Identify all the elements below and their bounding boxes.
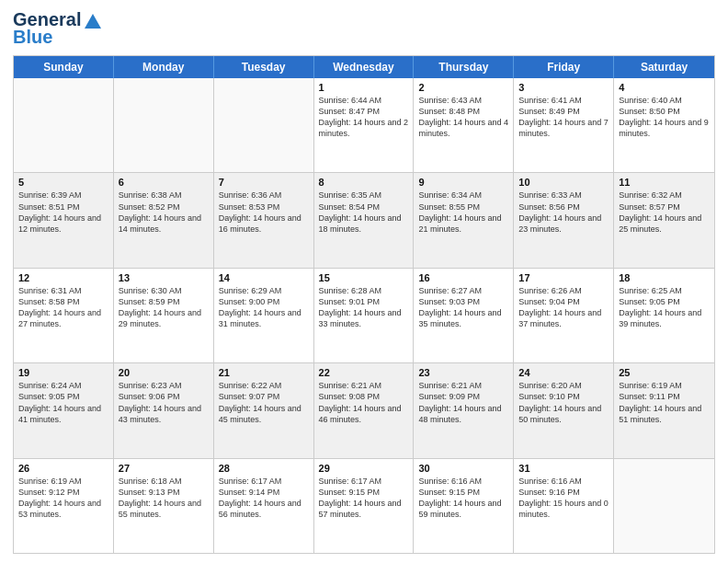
cell-details: Sunrise: 6:35 AM Sunset: 8:54 PM Dayligh… [319,190,409,235]
cell-details: Sunrise: 6:22 AM Sunset: 9:07 PM Dayligh… [219,380,309,425]
cell-details: Sunrise: 6:39 AM Sunset: 8:51 PM Dayligh… [18,190,108,235]
day-number: 30 [418,463,508,474]
logo: General Blue [13,9,103,48]
cell-details: Sunrise: 6:32 AM Sunset: 8:57 PM Dayligh… [619,190,710,235]
day-cell-17: 17Sunrise: 6:26 AM Sunset: 9:04 PM Dayli… [514,269,614,362]
calendar-row-4: 26Sunrise: 6:19 AM Sunset: 9:12 PM Dayli… [14,459,714,553]
header-cell-sunday: Sunday [14,56,114,78]
empty-cell-0-2 [214,78,314,172]
cell-details: Sunrise: 6:21 AM Sunset: 9:09 PM Dayligh… [418,380,508,425]
logo-icon [83,12,103,30]
day-number: 27 [119,463,209,474]
day-number: 15 [319,272,409,283]
day-cell-26: 26Sunrise: 6:19 AM Sunset: 9:12 PM Dayli… [14,459,114,553]
cell-details: Sunrise: 6:25 AM Sunset: 9:05 PM Dayligh… [619,285,710,330]
day-number: 4 [619,82,710,93]
day-number: 23 [418,367,508,378]
day-cell-6: 6Sunrise: 6:38 AM Sunset: 8:52 PM Daylig… [114,173,214,267]
day-cell-19: 19Sunrise: 6:24 AM Sunset: 9:05 PM Dayli… [14,363,114,457]
cell-details: Sunrise: 6:18 AM Sunset: 9:13 PM Dayligh… [119,476,209,521]
day-number: 25 [619,367,710,378]
day-cell-3: 3Sunrise: 6:41 AM Sunset: 8:49 PM Daylig… [514,78,614,172]
calendar-row-3: 19Sunrise: 6:24 AM Sunset: 9:05 PM Dayli… [14,363,714,458]
day-cell-23: 23Sunrise: 6:21 AM Sunset: 9:09 PM Dayli… [414,363,514,457]
day-number: 24 [518,367,609,378]
day-number: 17 [518,272,609,283]
page: General Blue SundayMondayTuesdayWednesda… [0,0,728,563]
header-cell-tuesday: Tuesday [214,56,314,78]
day-number: 10 [518,177,609,188]
day-cell-14: 14Sunrise: 6:29 AM Sunset: 9:00 PM Dayli… [214,269,314,362]
cell-details: Sunrise: 6:23 AM Sunset: 9:06 PM Dayligh… [119,380,209,425]
day-number: 2 [418,82,508,93]
day-cell-4: 4Sunrise: 6:40 AM Sunset: 8:50 PM Daylig… [614,78,714,172]
day-number: 21 [219,367,309,378]
day-cell-21: 21Sunrise: 6:22 AM Sunset: 9:07 PM Dayli… [214,363,314,457]
cell-details: Sunrise: 6:41 AM Sunset: 8:49 PM Dayligh… [518,95,609,140]
day-cell-8: 8Sunrise: 6:35 AM Sunset: 8:54 PM Daylig… [314,173,415,267]
day-cell-16: 16Sunrise: 6:27 AM Sunset: 9:03 PM Dayli… [414,269,514,362]
day-number: 8 [319,177,409,188]
calendar-row-2: 12Sunrise: 6:31 AM Sunset: 8:58 PM Dayli… [14,269,714,363]
day-number: 9 [418,177,508,188]
day-number: 28 [219,463,309,474]
day-cell-27: 27Sunrise: 6:18 AM Sunset: 9:13 PM Dayli… [114,459,214,553]
cell-details: Sunrise: 6:33 AM Sunset: 8:56 PM Dayligh… [518,190,609,235]
cell-details: Sunrise: 6:34 AM Sunset: 8:55 PM Dayligh… [418,190,508,235]
day-cell-7: 7Sunrise: 6:36 AM Sunset: 8:53 PM Daylig… [214,173,314,267]
day-cell-20: 20Sunrise: 6:23 AM Sunset: 9:06 PM Dayli… [114,363,214,457]
cell-details: Sunrise: 6:17 AM Sunset: 9:15 PM Dayligh… [319,476,409,521]
cell-details: Sunrise: 6:30 AM Sunset: 8:59 PM Dayligh… [119,285,209,330]
day-number: 19 [18,367,108,378]
day-number: 11 [619,177,710,188]
header: General Blue [13,9,715,48]
day-cell-24: 24Sunrise: 6:20 AM Sunset: 9:10 PM Dayli… [514,363,614,457]
cell-details: Sunrise: 6:36 AM Sunset: 8:53 PM Dayligh… [219,190,309,235]
calendar-row-1: 5Sunrise: 6:39 AM Sunset: 8:51 PM Daylig… [14,173,714,268]
day-number: 22 [319,367,409,378]
cell-details: Sunrise: 6:31 AM Sunset: 8:58 PM Dayligh… [18,285,108,330]
empty-cell-0-0 [14,78,114,172]
cell-details: Sunrise: 6:26 AM Sunset: 9:04 PM Dayligh… [518,285,609,330]
day-number: 31 [518,463,609,474]
cell-details: Sunrise: 6:44 AM Sunset: 8:47 PM Dayligh… [319,95,409,140]
day-number: 6 [119,177,209,188]
day-number: 1 [319,82,409,93]
cell-details: Sunrise: 6:27 AM Sunset: 9:03 PM Dayligh… [418,285,508,330]
calendar-row-0: 1Sunrise: 6:44 AM Sunset: 8:47 PM Daylig… [14,78,714,173]
cell-details: Sunrise: 6:24 AM Sunset: 9:05 PM Dayligh… [18,380,108,425]
day-number: 16 [418,272,508,283]
cell-details: Sunrise: 6:20 AM Sunset: 9:10 PM Dayligh… [518,380,609,425]
cell-details: Sunrise: 6:17 AM Sunset: 9:14 PM Dayligh… [219,476,309,521]
day-cell-29: 29Sunrise: 6:17 AM Sunset: 9:15 PM Dayli… [314,459,415,553]
day-cell-1: 1Sunrise: 6:44 AM Sunset: 8:47 PM Daylig… [314,78,415,172]
day-number: 12 [18,272,108,283]
svg-marker-0 [85,14,101,29]
day-number: 7 [219,177,309,188]
day-cell-2: 2Sunrise: 6:43 AM Sunset: 8:48 PM Daylig… [414,78,514,172]
day-cell-30: 30Sunrise: 6:16 AM Sunset: 9:15 PM Dayli… [414,459,514,553]
calendar: SundayMondayTuesdayWednesdayThursdayFrid… [13,55,715,554]
logo-blue: Blue [13,27,52,48]
cell-details: Sunrise: 6:16 AM Sunset: 9:15 PM Dayligh… [418,476,508,521]
cell-details: Sunrise: 6:43 AM Sunset: 8:48 PM Dayligh… [418,95,508,140]
day-number: 14 [219,272,309,283]
header-cell-wednesday: Wednesday [314,56,415,78]
header-cell-thursday: Thursday [414,56,514,78]
calendar-body: 1Sunrise: 6:44 AM Sunset: 8:47 PM Daylig… [14,78,714,553]
cell-details: Sunrise: 6:38 AM Sunset: 8:52 PM Dayligh… [119,190,209,235]
cell-details: Sunrise: 6:29 AM Sunset: 9:00 PM Dayligh… [219,285,309,330]
day-cell-13: 13Sunrise: 6:30 AM Sunset: 8:59 PM Dayli… [114,269,214,362]
day-number: 26 [18,463,108,474]
day-cell-5: 5Sunrise: 6:39 AM Sunset: 8:51 PM Daylig… [14,173,114,267]
cell-details: Sunrise: 6:40 AM Sunset: 8:50 PM Dayligh… [619,95,710,140]
cell-details: Sunrise: 6:28 AM Sunset: 9:01 PM Dayligh… [319,285,409,330]
day-cell-31: 31Sunrise: 6:16 AM Sunset: 9:16 PM Dayli… [514,459,614,553]
header-cell-friday: Friday [514,56,614,78]
day-number: 20 [119,367,209,378]
day-cell-28: 28Sunrise: 6:17 AM Sunset: 9:14 PM Dayli… [214,459,314,553]
day-number: 13 [119,272,209,283]
day-number: 3 [518,82,609,93]
day-cell-12: 12Sunrise: 6:31 AM Sunset: 8:58 PM Dayli… [14,269,114,362]
cell-details: Sunrise: 6:19 AM Sunset: 9:12 PM Dayligh… [18,476,108,521]
